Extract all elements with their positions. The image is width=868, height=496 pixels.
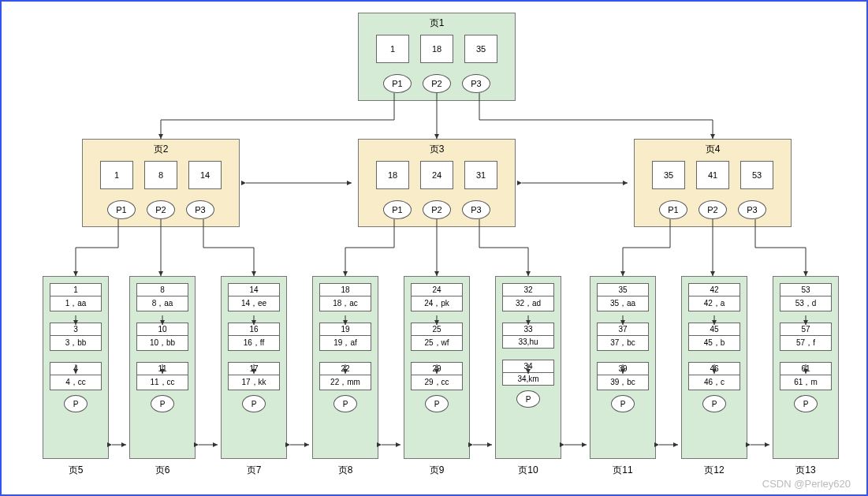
leaf-0: 11，aa33，bb44，ccP bbox=[43, 276, 109, 459]
leaf-label-3: 页8 bbox=[312, 464, 378, 477]
leaf5-record-2: 3434,km bbox=[502, 360, 554, 386]
leaf0-record-1: 33，bb bbox=[50, 323, 102, 351]
mid0-title: 页2 bbox=[83, 143, 239, 156]
leaf8-record-0: 5353，d bbox=[780, 283, 832, 311]
mid2-title: 页4 bbox=[635, 143, 791, 156]
mid0-ptr-1: P2 bbox=[147, 200, 175, 219]
leaf1-ptr: P bbox=[151, 395, 174, 412]
mid-node-1: 页3 18 24 31 P1 P2 P3 bbox=[358, 139, 516, 227]
leaf-label-7: 页12 bbox=[681, 464, 747, 477]
mid2-ptr-1: P2 bbox=[698, 200, 727, 219]
mid0-key-1: 8 bbox=[144, 161, 177, 189]
leaf3-record-2: 2222，mm bbox=[319, 362, 371, 390]
leaf3-ptr: P bbox=[333, 395, 357, 412]
leaf0-record-0: 11，aa bbox=[50, 283, 102, 311]
mid-node-0: 页2 1 8 14 P1 P2 P3 bbox=[82, 139, 240, 227]
root-title: 页1 bbox=[359, 17, 515, 30]
root-ptr-1: P2 bbox=[423, 74, 451, 93]
root-ptr-0: P1 bbox=[383, 74, 412, 93]
leaf2-record-2: 1717，kk bbox=[228, 362, 280, 390]
root-key-1: 18 bbox=[420, 35, 453, 63]
mid-node-2: 页4 35 41 53 P1 P2 P3 bbox=[634, 139, 792, 227]
leaf8-ptr: P bbox=[794, 395, 818, 412]
leaf-8: 5353，d5757，f6161，mP bbox=[773, 276, 839, 459]
leaf4-record-2: 2929，cc bbox=[411, 362, 463, 390]
leaf8-record-1: 5757，f bbox=[780, 323, 832, 351]
leaf6-record-0: 3535，aa bbox=[597, 283, 649, 311]
leaf5-ptr: P bbox=[516, 390, 540, 408]
leaf-6: 3535，aa3737，bc3939，bcP bbox=[590, 276, 656, 459]
leaf5-record-1: 3333,hu bbox=[502, 323, 554, 349]
diagram-canvas: { "watermark": "CSDN @Perley620", "root"… bbox=[0, 0, 868, 496]
leaf2-ptr: P bbox=[242, 395, 266, 412]
mid1-ptr-1: P2 bbox=[423, 200, 451, 219]
leaf5-record-0: 3232，ad bbox=[502, 283, 554, 311]
leaf6-ptr: P bbox=[611, 395, 635, 412]
leaf-label-5: 页10 bbox=[495, 464, 561, 477]
leaf-7: 4242，a4545，b4646，cP bbox=[681, 276, 747, 459]
leaf-1: 88，aa1010，bb1111，ccP bbox=[129, 276, 196, 459]
leaf4-ptr: P bbox=[425, 395, 449, 412]
leaf-5: 3232，ad3333,hu3434,kmP bbox=[495, 276, 561, 459]
mid2-ptr-2: P3 bbox=[738, 200, 766, 219]
mid2-key-1: 41 bbox=[696, 161, 729, 189]
mid1-ptr-0: P1 bbox=[383, 200, 412, 219]
leaf1-record-0: 88，aa bbox=[136, 283, 188, 311]
leaf2-record-0: 1414，ee bbox=[228, 283, 280, 311]
mid1-ptr-2: P3 bbox=[462, 200, 490, 219]
leaf-label-6: 页11 bbox=[590, 464, 656, 477]
leaf0-record-2: 44，cc bbox=[50, 362, 102, 390]
leaf3-record-1: 1919，af bbox=[319, 323, 371, 351]
root-ptr-2: P3 bbox=[462, 74, 490, 93]
leaf6-record-2: 3939，bc bbox=[597, 362, 649, 390]
mid0-ptr-2: P3 bbox=[186, 200, 214, 219]
mid2-key-2: 53 bbox=[740, 161, 773, 189]
leaf0-ptr: P bbox=[64, 395, 88, 412]
leaf-4: 2424，pk2525，wf2929，ccP bbox=[404, 276, 470, 459]
leaf7-ptr: P bbox=[702, 395, 726, 412]
leaf-label-0: 页5 bbox=[43, 464, 109, 477]
leaf-label-4: 页9 bbox=[404, 464, 470, 477]
leaf-3: 1818，ac1919，af2222，mmP bbox=[312, 276, 378, 459]
mid1-title: 页3 bbox=[359, 143, 515, 156]
leaf3-record-0: 1818，ac bbox=[319, 283, 371, 311]
mid1-key-2: 31 bbox=[464, 161, 497, 189]
leaf7-record-1: 4545，b bbox=[688, 323, 740, 351]
root-key-0: 1 bbox=[376, 35, 409, 63]
watermark: CSDN @Perley620 bbox=[762, 478, 851, 490]
leaf4-record-1: 2525，wf bbox=[411, 323, 463, 351]
leaf-label-1: 页6 bbox=[129, 464, 196, 477]
leaf6-record-1: 3737，bc bbox=[597, 323, 649, 351]
mid2-key-0: 35 bbox=[652, 161, 685, 189]
leaf7-record-2: 4646，c bbox=[688, 362, 740, 390]
mid0-key-0: 1 bbox=[100, 161, 133, 189]
leaf1-record-2: 1111，cc bbox=[136, 362, 188, 390]
root-node: 页1 1 18 35 P1 P2 P3 bbox=[358, 13, 516, 101]
leaf2-record-1: 1616，ff bbox=[228, 323, 280, 351]
mid1-key-0: 18 bbox=[376, 161, 409, 189]
mid1-key-1: 24 bbox=[420, 161, 453, 189]
leaf7-record-0: 4242，a bbox=[688, 283, 740, 311]
mid0-key-2: 14 bbox=[188, 161, 222, 189]
leaf8-record-2: 6161，m bbox=[780, 362, 832, 390]
leaf-2: 1414，ee1616，ff1717，kkP bbox=[221, 276, 287, 459]
leaf1-record-1: 1010，bb bbox=[136, 323, 188, 351]
leaf4-record-0: 2424，pk bbox=[411, 283, 463, 311]
root-key-2: 35 bbox=[464, 35, 497, 63]
mid0-ptr-0: P1 bbox=[107, 200, 136, 219]
leaf-label-8: 页13 bbox=[773, 464, 839, 477]
mid2-ptr-0: P1 bbox=[659, 200, 687, 219]
leaf-label-2: 页7 bbox=[221, 464, 287, 477]
